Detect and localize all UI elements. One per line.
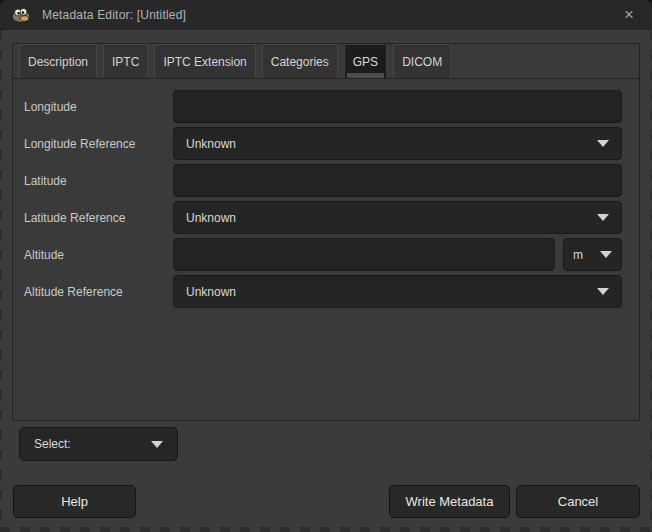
form-row-latitude-reference: Latitude Reference Unknown [24, 201, 622, 234]
tab-description[interactable]: Description [19, 44, 97, 78]
chevron-down-icon [600, 251, 612, 258]
write-metadata-button[interactable]: Write Metadata [389, 485, 510, 518]
form-row-altitude: Altitude m [24, 238, 622, 271]
longitude-reference-label: Longitude Reference [24, 137, 173, 151]
metadata-editor-dialog: Metadata Editor: [Untitled] × Descriptio… [0, 0, 652, 532]
window-title: Metadata Editor: [Untitled] [42, 8, 186, 22]
gps-form: Longitude Longitude Reference Unknown La… [13, 79, 639, 308]
form-row-longitude: Longitude [24, 90, 622, 123]
tab-categories[interactable]: Categories [262, 44, 338, 78]
gimp-wilber-icon [10, 6, 32, 24]
longitude-reference-value: Unknown [186, 137, 236, 151]
tab-strip: Description IPTC IPTC Extension Categori… [13, 44, 639, 79]
latitude-reference-value: Unknown [186, 211, 236, 225]
window-resize-edge-bottom[interactable] [0, 527, 652, 532]
altitude-reference-label: Altitude Reference [24, 285, 173, 299]
select-menu-dropdown[interactable]: Select: [19, 427, 178, 461]
form-row-latitude: Latitude [24, 164, 622, 197]
altitude-label: Altitude [24, 248, 173, 262]
tab-gps[interactable]: GPS [344, 44, 387, 78]
form-row-altitude-reference: Altitude Reference Unknown [24, 275, 622, 308]
help-button[interactable]: Help [13, 485, 136, 518]
latitude-input[interactable] [173, 164, 622, 197]
metadata-notebook: Description IPTC IPTC Extension Categori… [12, 43, 640, 421]
altitude-input[interactable] [173, 238, 555, 271]
longitude-reference-dropdown[interactable]: Unknown [173, 127, 622, 160]
latitude-reference-dropdown[interactable]: Unknown [173, 201, 622, 234]
window-resize-edge-left[interactable] [0, 30, 2, 527]
tab-dicom[interactable]: DICOM [393, 44, 451, 78]
cancel-button[interactable]: Cancel [516, 485, 640, 518]
chevron-down-icon [597, 140, 609, 147]
tab-iptc[interactable]: IPTC [103, 44, 148, 78]
longitude-input[interactable] [173, 90, 622, 123]
altitude-unit-dropdown[interactable]: m [563, 238, 622, 271]
altitude-reference-value: Unknown [186, 285, 236, 299]
altitude-reference-dropdown[interactable]: Unknown [173, 275, 622, 308]
chevron-down-icon [597, 288, 609, 295]
latitude-reference-label: Latitude Reference [24, 211, 173, 225]
close-icon[interactable]: × [616, 3, 642, 27]
chevron-down-icon [597, 214, 609, 221]
chevron-down-icon [151, 441, 163, 448]
longitude-label: Longitude [24, 100, 173, 114]
tab-iptc-extension[interactable]: IPTC Extension [154, 44, 255, 78]
select-menu-label: Select: [34, 437, 71, 451]
form-row-longitude-reference: Longitude Reference Unknown [24, 127, 622, 160]
latitude-label: Latitude [24, 174, 173, 188]
titlebar: Metadata Editor: [Untitled] × [0, 0, 652, 30]
altitude-unit-value: m [573, 248, 583, 262]
